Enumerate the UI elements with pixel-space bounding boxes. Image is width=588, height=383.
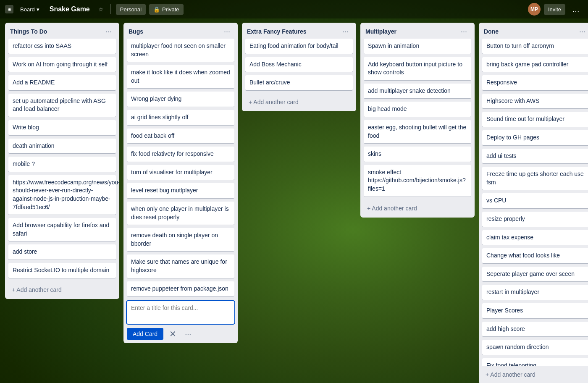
column-title-things-to-do: Things To Do xyxy=(10,28,103,35)
star-icon[interactable]: ☆ xyxy=(97,4,105,14)
list-item[interactable]: claim tax expense xyxy=(482,230,588,245)
list-item[interactable]: Add keyboard button input picture to sho… xyxy=(364,57,471,80)
add-card-btn-multiplayer[interactable]: + Add another card xyxy=(364,202,471,214)
add-card-label: + Add another card xyxy=(249,99,299,105)
list-item[interactable]: Add a README xyxy=(8,75,116,90)
list-item[interactable]: Bullet arc/cruve xyxy=(245,75,353,90)
column-menu-done[interactable]: ··· xyxy=(577,27,588,36)
list-item[interactable]: https://www.freecodecamp.org/news/you-sh… xyxy=(8,175,116,215)
list-item[interactable]: Player Scores xyxy=(482,303,588,318)
list-item[interactable]: Fix food teleporting xyxy=(482,358,588,366)
add-card-form-bugs: Add Card ✕ ··· xyxy=(123,299,238,343)
column-done: Done ··· Button to turn off acronym brin… xyxy=(479,23,588,383)
column-title-bugs: Bugs xyxy=(129,28,221,35)
list-item[interactable]: Change what food looks like xyxy=(482,248,588,263)
list-item[interactable]: add high score xyxy=(482,322,588,337)
header: ⊞ Board ▾ Snake Game ☆ Personal 🔒 Privat… xyxy=(0,0,588,18)
list-item[interactable]: mobile ? xyxy=(8,157,116,172)
list-item[interactable]: Wrong player dying xyxy=(127,92,234,107)
list-item[interactable]: Eating food animation for body/tail xyxy=(245,39,353,54)
list-item[interactable]: make it look like it does when zoomed ou… xyxy=(127,65,234,88)
add-card-cancel-bugs[interactable]: ✕ xyxy=(167,328,179,340)
board-icon: ⊞ xyxy=(5,5,13,13)
list-item[interactable]: Spawn in animation xyxy=(364,39,471,54)
list-item[interactable]: fix food relativety for responsive xyxy=(127,147,234,162)
list-item[interactable]: when only one player in multiplayer is d… xyxy=(127,202,234,225)
column-header-things-to-do: Things To Do ··· xyxy=(5,23,119,39)
list-item[interactable]: Button to turn off acronym xyxy=(482,39,588,54)
list-item[interactable]: turn of visualiser for multiplayer xyxy=(127,165,234,180)
header-more-icon[interactable]: … xyxy=(569,3,583,16)
column-cards-extra-fancy: Eating food animation for body/tail Add … xyxy=(242,39,356,94)
list-item[interactable]: big head mode xyxy=(364,102,471,117)
add-card-btn-things-to-do[interactable]: + Add another card xyxy=(8,284,116,296)
page-title: Snake Game xyxy=(46,4,93,15)
column-title-multiplayer: Multiplayer xyxy=(365,28,458,35)
list-item[interactable]: food eat back off xyxy=(127,129,234,144)
list-item[interactable]: add ui tests xyxy=(482,149,588,164)
list-item[interactable]: easter egg, shooting bullet will get the… xyxy=(364,120,471,143)
list-item[interactable]: vs CPU xyxy=(482,193,588,208)
list-item[interactable]: set up automated pipeline with ASG and l… xyxy=(8,94,116,117)
invite-btn[interactable]: Invite xyxy=(544,4,565,15)
list-item[interactable]: skins xyxy=(364,147,471,162)
add-card-input-bugs[interactable] xyxy=(127,301,234,324)
list-item[interactable]: Add Boss Mechanic xyxy=(245,57,353,72)
list-item[interactable]: Deploy to GH pages xyxy=(482,130,588,145)
column-menu-multiplayer[interactable]: ··· xyxy=(458,27,470,36)
list-item[interactable]: Highscore with AWS xyxy=(482,94,588,109)
board-content: Things To Do ··· refactor css into SAAS … xyxy=(0,18,588,383)
list-item[interactable]: refactor css into SAAS xyxy=(8,39,116,54)
list-item[interactable]: Sound time out for multiplayer xyxy=(482,112,588,127)
column-multiplayer: Multiplayer ··· Spawn in animation Add k… xyxy=(360,23,475,218)
column-title-extra-fancy: Extra Fancy Features xyxy=(247,28,340,35)
column-footer-things-to-do: + Add another card xyxy=(5,281,119,299)
column-footer-done: + Add another card xyxy=(479,366,588,383)
list-item[interactable]: add store xyxy=(8,244,116,260)
column-menu-bugs[interactable]: ··· xyxy=(221,27,233,36)
list-item[interactable]: remove puppeteer from package.json xyxy=(127,281,234,296)
add-card-submit-bugs[interactable]: Add Card xyxy=(127,328,163,340)
workspace-label: Personal xyxy=(120,6,142,13)
list-item[interactable]: remove death on single player on bborder xyxy=(127,228,234,251)
add-card-label: + Add another card xyxy=(12,286,62,293)
column-menu-things-to-do[interactable]: ··· xyxy=(103,27,114,36)
list-item[interactable]: Seperate player game over sceen xyxy=(482,267,588,282)
list-item[interactable]: Add browser capability for firefox and s… xyxy=(8,218,116,241)
lock-icon: 🔒 xyxy=(153,6,160,13)
column-header-done: Done ··· xyxy=(479,23,588,39)
avatar[interactable]: MP xyxy=(528,3,541,16)
list-item[interactable]: restart in multiplayer xyxy=(482,285,588,300)
invite-label: Invite xyxy=(548,6,561,13)
list-item[interactable]: death animation xyxy=(8,139,116,154)
list-item[interactable]: ai grid lines slightly off xyxy=(127,110,234,125)
list-item[interactable]: Responsive xyxy=(482,75,588,90)
list-item[interactable]: level reset bug mutlplayer xyxy=(127,183,234,198)
visibility-btn[interactable]: 🔒 Private xyxy=(149,4,183,15)
list-item[interactable]: Restrict Socket.IO to multiple domain xyxy=(8,263,116,278)
list-item[interactable]: resize properly xyxy=(482,212,588,227)
add-card-btn-done[interactable]: + Add another card xyxy=(482,369,588,380)
column-cards-bugs: multiplayer food not seen on smaller scr… xyxy=(123,39,238,299)
column-header-bugs: Bugs ··· xyxy=(123,23,238,39)
list-item[interactable]: Make sure that names are unique for high… xyxy=(127,254,234,278)
list-item[interactable]: bring back game pad controlller xyxy=(482,57,588,72)
add-card-more-bugs[interactable]: ··· xyxy=(182,329,194,339)
add-card-btn-extra-fancy[interactable]: + Add another card xyxy=(245,96,353,108)
list-item[interactable]: Write blog xyxy=(8,120,116,135)
list-item[interactable]: smoke effect https://github.com/bijectio… xyxy=(364,165,471,197)
board-label-btn[interactable]: Board ▾ xyxy=(17,5,43,14)
list-item[interactable]: add multiplayer snake detection xyxy=(364,84,471,99)
column-title-done: Done xyxy=(484,28,577,35)
list-item[interactable]: spawn random direction xyxy=(482,340,588,355)
list-item[interactable]: Work on AI from going through it self xyxy=(8,57,116,72)
list-item[interactable]: multiplayer food not seen on smaller scr… xyxy=(127,39,234,62)
column-menu-extra-fancy[interactable]: ··· xyxy=(340,27,351,36)
visibility-label: Private xyxy=(162,6,179,13)
board-chevron: ▾ xyxy=(37,6,39,13)
workspace-btn[interactable]: Personal xyxy=(116,4,146,15)
column-things-to-do: Things To Do ··· refactor css into SAAS … xyxy=(5,23,119,299)
list-item[interactable]: Freeze time up gets shorter each use fsm xyxy=(482,167,588,190)
add-card-label: + Add another card xyxy=(486,371,536,378)
column-footer-multiplayer: + Add another card xyxy=(360,200,475,218)
